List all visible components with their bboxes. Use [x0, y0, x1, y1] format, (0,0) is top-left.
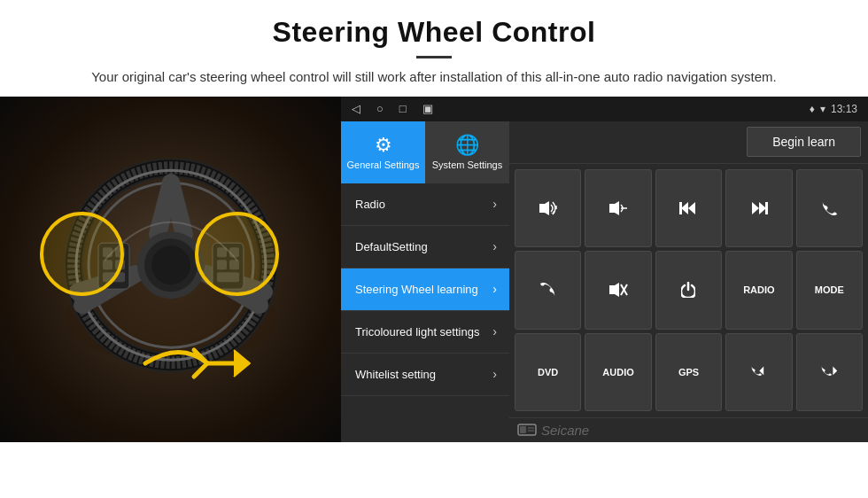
tel-next-button[interactable]	[796, 333, 863, 412]
menu-tricoloured-label: Tricoloured light settings	[355, 325, 479, 338]
mode-button[interactable]: MODE	[796, 251, 863, 330]
time-display: 13:13	[831, 103, 857, 115]
nav-icons: ◁ ○ □ ▣	[352, 102, 433, 115]
phone-answer-button[interactable]	[796, 169, 863, 248]
chevron-icon: ›	[492, 282, 497, 296]
car-panel	[0, 97, 341, 442]
settings-gear-icon: ⚙	[375, 134, 392, 157]
menu-radio-label: Radio	[355, 198, 385, 211]
chevron-icon: ›	[492, 197, 497, 211]
svg-rect-45	[520, 426, 526, 433]
header-divider	[416, 56, 452, 58]
svg-marker-39	[609, 283, 619, 297]
seicane-watermark: Seicane	[541, 423, 589, 438]
svg-rect-38	[765, 202, 768, 214]
menu-item-radio[interactable]: Radio ›	[341, 183, 509, 226]
vol-down-button[interactable]	[585, 169, 651, 248]
car-image	[0, 97, 341, 442]
page-title: Steering Wheel Control	[35, 16, 833, 49]
system-icon: 🌐	[455, 134, 479, 157]
chevron-icon: ›	[492, 324, 497, 338]
page-header: Steering Wheel Control Your original car…	[0, 0, 868, 97]
vol-up-button[interactable]: +	[515, 169, 581, 248]
chevron-icon: ›	[492, 239, 497, 253]
gps-button[interactable]: GPS	[655, 333, 722, 412]
mute-button[interactable]	[585, 251, 651, 330]
recents-icon: □	[399, 102, 407, 115]
svg-marker-34	[688, 202, 695, 214]
status-right: ♦ ▾ 13:13	[810, 103, 857, 115]
control-button-grid: +	[509, 164, 868, 417]
tab-general[interactable]: ⚙ General Settings	[341, 121, 425, 183]
screenshot-icon: ▣	[422, 102, 433, 115]
mode-label: MODE	[815, 284, 844, 295]
tab-system-label: System Settings	[432, 160, 502, 170]
prev-track-button[interactable]	[655, 169, 722, 248]
gps-label: GPS	[678, 367, 699, 377]
right-content: Begin learn +	[509, 121, 868, 442]
menu-item-whitelist[interactable]: Whitelist setting ›	[341, 354, 509, 396]
svg-marker-33	[681, 202, 688, 214]
watermark-icon	[516, 421, 538, 439]
menu-default-label: DefaultSetting	[355, 240, 428, 253]
menu-item-default[interactable]: DefaultSetting ›	[341, 226, 509, 268]
radio-text-button[interactable]: RADIO	[725, 251, 792, 330]
left-nav: ⚙ General Settings 🌐 System Settings Rad…	[341, 121, 509, 442]
location-icon: ♦	[810, 103, 815, 115]
svg-marker-37	[752, 202, 759, 214]
home-icon: ○	[376, 102, 384, 115]
svg-point-14	[151, 245, 190, 284]
status-bar: ◁ ○ □ ▣ ♦ ▾ 13:13	[341, 97, 868, 121]
chevron-icon: ›	[492, 367, 497, 381]
header-description: Your original car's steering wheel contr…	[35, 67, 833, 88]
svg-marker-36	[759, 202, 766, 214]
svg-line-7	[171, 183, 184, 234]
power-button[interactable]	[655, 251, 722, 330]
menu-item-tricoloured[interactable]: Tricoloured light settings ›	[341, 311, 509, 354]
tab-system[interactable]: 🌐 System Settings	[425, 121, 509, 183]
tel-prev-button[interactable]	[725, 333, 792, 412]
hang-up-button[interactable]	[515, 251, 581, 330]
begin-learn-button[interactable]: Begin learn	[747, 127, 861, 157]
svg-marker-43	[833, 367, 838, 376]
svg-marker-31	[609, 201, 619, 215]
svg-rect-35	[679, 202, 682, 214]
menu-steering-label: Steering Wheel learning	[355, 283, 478, 296]
watermark-bar: Seicane	[509, 417, 868, 442]
svg-marker-27	[539, 201, 549, 215]
radio-label: RADIO	[743, 284, 774, 295]
tab-general-label: General Settings	[347, 160, 420, 170]
tablet-panel: ◁ ○ □ ▣ ♦ ▾ 13:13 ⚙ General Settings	[341, 97, 868, 442]
app-area: ⚙ General Settings 🌐 System Settings Rad…	[341, 121, 868, 442]
audio-label: AUDIO	[602, 367, 633, 377]
dvd-label: DVD	[538, 367, 558, 377]
begin-learn-row: Begin learn	[509, 121, 868, 164]
highlight-circle-left	[40, 212, 124, 296]
menu-item-steering[interactable]: Steering Wheel learning ›	[341, 268, 509, 311]
audio-button[interactable]: AUDIO	[585, 333, 651, 412]
top-tabs: ⚙ General Settings 🌐 System Settings	[341, 121, 509, 183]
highlight-circle-right	[195, 212, 279, 296]
arrow-indicator	[136, 332, 252, 398]
dvd-button[interactable]: DVD	[515, 333, 581, 412]
main-content: ◁ ○ □ ▣ ♦ ▾ 13:13 ⚙ General Settings	[0, 97, 868, 442]
next-track-button[interactable]	[725, 169, 792, 248]
svg-text:+: +	[551, 209, 555, 216]
menu-whitelist-label: Whitelist setting	[355, 368, 436, 381]
wifi-icon: ▾	[820, 103, 825, 115]
back-icon: ◁	[352, 102, 360, 115]
